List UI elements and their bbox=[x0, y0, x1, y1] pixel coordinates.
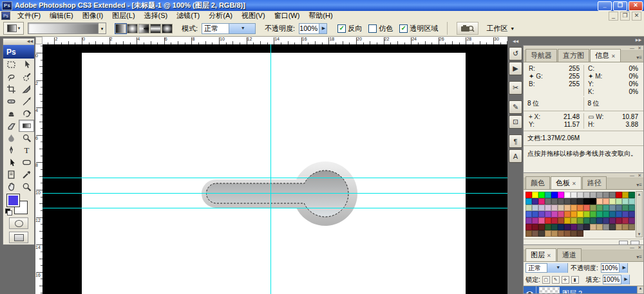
color-swatch[interactable] bbox=[629, 217, 635, 224]
tool-clone[interactable] bbox=[3, 107, 19, 120]
scroll-up-icon[interactable]: ▲ bbox=[636, 192, 642, 197]
tool-zoom[interactable] bbox=[19, 181, 34, 193]
color-swatch[interactable] bbox=[564, 205, 571, 211]
color-swatch[interactable] bbox=[583, 205, 590, 211]
panel-menu-icon[interactable]: ▾≡ bbox=[636, 55, 642, 60]
tool-historybrush[interactable] bbox=[19, 107, 34, 120]
tool-type[interactable]: T bbox=[19, 144, 34, 156]
panel-menu-icon[interactable]: ▾≡ bbox=[636, 182, 642, 188]
color-swatch[interactable] bbox=[577, 198, 583, 205]
color-swatch[interactable] bbox=[558, 224, 564, 230]
doc-close-button[interactable]: ✕ bbox=[632, 12, 641, 21]
color-swatch[interactable] bbox=[590, 192, 596, 198]
tool-eyedropper[interactable] bbox=[19, 169, 34, 181]
color-swatch[interactable] bbox=[583, 198, 590, 205]
gradient-preview[interactable] bbox=[28, 23, 98, 34]
color-swatch[interactable] bbox=[571, 211, 577, 217]
tool-preset-picker[interactable]: ▾ bbox=[3, 22, 24, 35]
color-swatch[interactable] bbox=[538, 230, 545, 237]
gradient-picker-arrow[interactable]: ▾ bbox=[98, 23, 106, 34]
color-swatch[interactable] bbox=[538, 205, 545, 211]
color-swatch[interactable] bbox=[571, 224, 577, 230]
clone-source-panel-icon[interactable]: ⊡ bbox=[509, 115, 522, 129]
tool-marquee[interactable] bbox=[3, 59, 19, 71]
color-swatch[interactable] bbox=[571, 230, 577, 237]
tool-pen[interactable] bbox=[3, 144, 19, 156]
color-swatch[interactable] bbox=[571, 192, 577, 198]
panel-close-icon[interactable]: ✕ bbox=[638, 173, 641, 178]
color-swatch[interactable] bbox=[583, 217, 590, 224]
color-swatch[interactable] bbox=[551, 211, 558, 217]
panel-minimize-icon[interactable]: — bbox=[630, 245, 634, 250]
color-swatch[interactable] bbox=[558, 217, 564, 224]
color-swatch[interactable] bbox=[590, 211, 596, 217]
scroll-down-icon[interactable]: ▼ bbox=[636, 232, 642, 237]
color-swatch[interactable] bbox=[629, 224, 635, 230]
lock-transparency-icon[interactable]: ▢ bbox=[542, 276, 550, 284]
panel-close-icon[interactable]: ✕ bbox=[638, 46, 641, 50]
color-swatch[interactable] bbox=[538, 192, 545, 198]
color-swatch[interactable] bbox=[551, 224, 558, 230]
color-swatch[interactable] bbox=[538, 224, 545, 230]
color-swatch[interactable] bbox=[526, 192, 532, 198]
gradient-type-radial[interactable] bbox=[127, 24, 138, 33]
gradient-type-linear[interactable] bbox=[115, 24, 126, 33]
color-swatch[interactable] bbox=[545, 230, 551, 237]
color-swatch[interactable] bbox=[558, 230, 564, 237]
color-swatch[interactable] bbox=[629, 211, 635, 217]
tab-close-icon[interactable]: ✕ bbox=[572, 181, 576, 187]
color-swatch[interactable] bbox=[551, 198, 558, 205]
color-swatch[interactable] bbox=[603, 217, 609, 224]
tool-gradient[interactable] bbox=[19, 120, 34, 132]
color-swatch[interactable] bbox=[564, 230, 571, 237]
menu-item-分析[interactable]: 分析(A) bbox=[204, 10, 237, 21]
color-swatch[interactable] bbox=[590, 205, 596, 211]
color-swatch[interactable] bbox=[596, 198, 603, 205]
color-swatch[interactable] bbox=[616, 217, 622, 224]
layers-scrollbar[interactable]: ▲ bbox=[637, 286, 643, 294]
color-swatch[interactable] bbox=[596, 224, 603, 230]
color-swatch[interactable] bbox=[551, 230, 558, 237]
checkbox-透明区域[interactable]: ✓透明区域 bbox=[399, 24, 438, 33]
color-swatch[interactable] bbox=[577, 192, 583, 198]
color-swatch[interactable] bbox=[532, 198, 538, 205]
foreground-color-swatch[interactable] bbox=[6, 194, 20, 207]
guide-vertical[interactable] bbox=[270, 44, 271, 294]
color-swatch[interactable] bbox=[622, 217, 629, 224]
color-swatch[interactable] bbox=[616, 205, 622, 211]
tool-quickselect[interactable] bbox=[19, 71, 34, 83]
color-swatch[interactable] bbox=[629, 192, 635, 198]
layer-blend-mode-select[interactable]: 正常 ▼ bbox=[526, 263, 568, 273]
swatches-tab-色板[interactable]: 色板✕ bbox=[551, 176, 582, 189]
brushes-panel-icon[interactable]: ✎ bbox=[509, 100, 522, 114]
color-swatch[interactable] bbox=[596, 192, 603, 198]
color-swatch[interactable] bbox=[603, 198, 609, 205]
tool-brush[interactable] bbox=[19, 95, 34, 107]
tool-notes[interactable] bbox=[3, 169, 19, 181]
color-swatch[interactable] bbox=[616, 211, 622, 217]
panel-minimize-icon[interactable]: — bbox=[630, 46, 634, 50]
close-button[interactable]: ✕ bbox=[629, 1, 643, 11]
color-swatch[interactable] bbox=[551, 205, 558, 211]
color-swatch[interactable] bbox=[596, 211, 603, 217]
color-swatch[interactable] bbox=[526, 211, 532, 217]
color-swatch[interactable] bbox=[526, 224, 532, 230]
palette-collapse-handle[interactable]: ◀◀ bbox=[3, 39, 34, 45]
color-swatch[interactable] bbox=[532, 211, 538, 217]
layer-visibility-toggle[interactable] bbox=[524, 286, 536, 294]
layer-name[interactable]: 图层 2 bbox=[562, 289, 582, 294]
color-swatch[interactable] bbox=[622, 224, 629, 230]
canvas-viewport[interactable] bbox=[43, 44, 507, 294]
swatches-tab-路径[interactable]: 路径 bbox=[582, 176, 607, 189]
color-swatch[interactable] bbox=[538, 217, 545, 224]
color-swatch[interactable] bbox=[564, 198, 571, 205]
color-swatch[interactable] bbox=[545, 198, 551, 205]
color-swatch[interactable] bbox=[603, 205, 609, 211]
color-swatch[interactable] bbox=[622, 205, 629, 211]
menu-item-滤镜[interactable]: 滤镜(T) bbox=[172, 10, 204, 21]
workspace-button[interactable]: 工作区 ▼ bbox=[482, 23, 518, 34]
color-swatch[interactable] bbox=[545, 205, 551, 211]
history-panel-icon[interactable]: ↺ bbox=[509, 47, 522, 60]
color-swatch[interactable] bbox=[571, 198, 577, 205]
tool-shape[interactable] bbox=[19, 156, 34, 169]
